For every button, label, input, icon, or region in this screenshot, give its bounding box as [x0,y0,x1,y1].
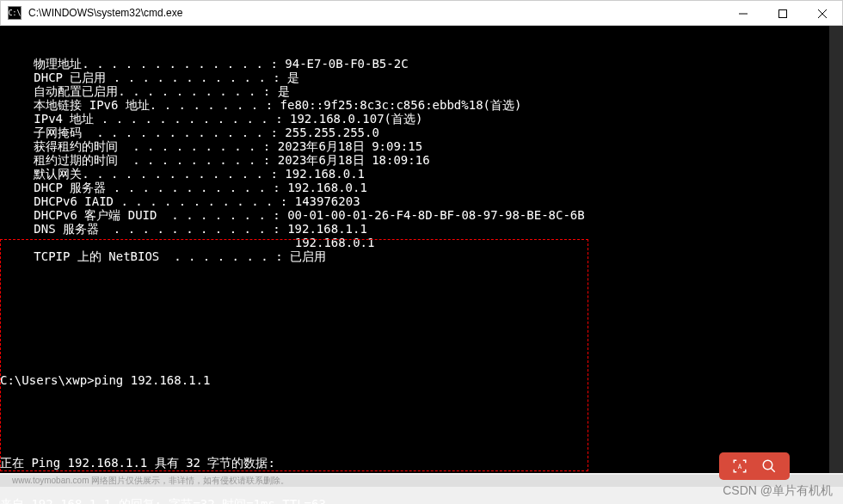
window-title: C:\WINDOWS\system32\cmd.exe [28,7,182,19]
ipconfig-line: 本地链接 IPv6 地址. . . . . . . . : fe80::9f25… [0,98,843,112]
maximize-button[interactable] [763,1,803,27]
ipconfig-line: 获得租约的时间 . . . . . . . . . : 2023年6月18日 9… [0,139,843,153]
floating-toolbar[interactable]: A [719,452,790,480]
ipconfig-line: DHCP 服务器 . . . . . . . . . . . : 192.168… [0,181,843,194]
blank-line [0,415,843,428]
cmd-icon: C:\ [8,6,22,20]
svg-rect-1 [779,10,787,18]
ipconfig-line: DHCPv6 IAID . . . . . . . . . . . : 1439… [0,194,843,208]
blank-line [0,332,843,346]
highlight-box [0,239,588,471]
terminal-output[interactable]: 物理地址. . . . . . . . . . . . . : 94-E7-0B… [0,26,843,473]
svg-point-5 [763,460,772,470]
window-controls [723,1,842,27]
ipconfig-line: 自动配置已启用. . . . . . . . . . : 是 [0,84,843,98]
prompt-line: C:\Users\xwp>ping 192.168.1.1 [0,373,843,387]
ipconfig-line: 租约过期的时间 . . . . . . . . . : 2023年6月18日 1… [0,153,843,167]
svg-line-6 [771,468,775,472]
ipconfig-line: 192.168.0.1 [0,236,843,249]
ipconfig-line: 物理地址. . . . . . . . . . . . . : 94-E7-0B… [0,57,843,71]
ipconfig-line: DNS 服务器 . . . . . . . . . . . : 192.168.… [0,222,843,236]
close-button[interactable] [803,1,842,27]
title-bar: C:\ C:\WINDOWS\system32\cmd.exe [0,0,843,26]
scan-icon[interactable]: A [731,458,748,475]
ipconfig-line: 子网掩码 . . . . . . . . . . . . : 255.255.2… [0,126,843,139]
minimize-button[interactable] [723,1,763,27]
watermark: CSDN @单片有机机 [723,483,833,499]
search-icon[interactable] [760,458,778,475]
ping-header: 正在 Ping 192.168.1.1 具有 32 字节的数据: [0,456,843,470]
scrollbar[interactable] [829,26,843,473]
ping-reply: 来自 192.168.1.1 的回复: 字节=32 时间=1ms TTL=63 [0,497,843,504]
ipconfig-line: DHCP 已启用 . . . . . . . . . . . : 是 [0,71,843,84]
ipconfig-line: DHCPv6 客户端 DUID . . . . . . . : 00-01-00… [0,208,843,222]
footer-attribution: www.toymoban.com 网络图片仅供展示，非详情，如有侵权请联系删除。 [0,475,843,487]
svg-text:A: A [738,463,742,470]
ipconfig-line: IPv4 地址 . . . . . . . . . . . . : 192.16… [0,112,843,126]
ipconfig-line: 默认网关. . . . . . . . . . . . . : 192.168.… [0,167,843,181]
ipconfig-line: TCPIP 上的 NetBIOS . . . . . . . : 已启用 [0,249,843,263]
